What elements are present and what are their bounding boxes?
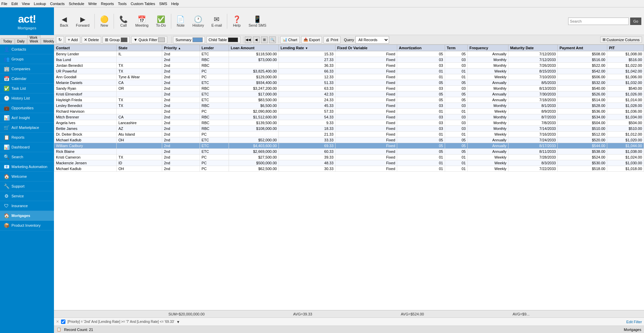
query-dropdown[interactable]: All Records <box>355 36 389 44</box>
help-button[interactable]: ❓ Help <box>229 14 244 28</box>
sidebar-item-insurance[interactable]: 🛡 Insurance <box>0 201 54 211</box>
table-row[interactable]: Jordan BenedictTX2ndRBC36.33Fixed0303Mon… <box>54 63 644 68</box>
table-row[interactable]: Kristi CameronTX2ndPC$27,500.0039.33Fixe… <box>54 155 644 160</box>
sidebar-item-dashboard[interactable]: 📊 Dashboard <box>0 142 54 152</box>
col-payment-amt[interactable]: Payment Amt <box>558 45 607 51</box>
todo-button[interactable]: ✅ To-Do <box>153 14 169 28</box>
email-button[interactable]: ✉ E-mail <box>208 14 225 28</box>
col-priority[interactable]: Priority ▲ <box>162 45 200 51</box>
quick-filter-button[interactable]: ▼ Quick Filter <box>131 36 168 44</box>
add-button[interactable]: + Add <box>65 36 80 44</box>
sidebar-item-reports[interactable]: 📋 Reports <box>0 133 54 142</box>
col-lender[interactable]: Lender <box>200 45 229 51</box>
sidebar-item-mortgages[interactable]: 🏠 Mortgages <box>0 211 54 221</box>
print-button[interactable]: 🖨 Print <box>323 36 341 44</box>
menu-contacts[interactable]: Contacts <box>50 2 64 6</box>
col-frequency[interactable]: Frequency <box>468 45 508 51</box>
meeting-button[interactable]: 📅 Meeting <box>132 14 151 28</box>
sidebar-item-opportunities[interactable]: 💼 Opportunities <box>0 103 54 113</box>
menu-lookup[interactable]: Lookup <box>34 2 46 6</box>
table-row[interactable]: Rick Blaine2ndETC$2,669,000.0060.33Fixed… <box>54 149 644 155</box>
search-input[interactable] <box>568 18 629 25</box>
sidebar-item-act-insight[interactable]: 📊 Act! Insight <box>0 113 54 123</box>
table-row[interactable]: Benny LenderIL2ndETC$118,500.0015.33Fixe… <box>54 51 644 57</box>
edit-filter-button[interactable]: Edit Filter <box>626 320 642 324</box>
new-button[interactable]: 🟡 New <box>97 14 112 28</box>
group-button[interactable]: ⊞ Group <box>103 36 130 44</box>
table-row[interactable]: Michael KadlubOH2ndETC$52,000.0033.33Fix… <box>54 137 644 143</box>
table-row[interactable]: Melanie DanielsCA2ndETC$934,400.0051.33F… <box>54 80 644 86</box>
sidebar-item-calendar[interactable]: 📅 Calendar <box>0 74 54 84</box>
search-records-button[interactable]: 🔍 <box>269 36 276 43</box>
refresh-button[interactable]: ↻ <box>56 36 64 44</box>
sidebar-item-act-marketplace[interactable]: 🛒 Act! Marketplace <box>0 123 54 133</box>
sidebar-item-search[interactable]: 🔍 Search <box>0 152 54 162</box>
table-row[interactable]: Mackenzie JensenID2ndPC$500,000.0048.33F… <box>54 160 644 166</box>
tab-daily[interactable]: Daily <box>15 38 27 44</box>
menu-write[interactable]: Write <box>88 2 97 6</box>
tab-work-week[interactable]: Work Week <box>27 35 40 44</box>
sidebar-item-welcome[interactable]: 🏠 Welcome <box>0 172 54 182</box>
tab-weekly[interactable]: Weekly <box>41 38 54 44</box>
note-button[interactable]: 📄 Note <box>173 14 188 28</box>
sidebar-item-task-list[interactable]: ✅ Task List <box>0 84 54 93</box>
delete-button[interactable]: ✕ Delete <box>82 36 101 44</box>
sidebar-item-product-inventory[interactable]: 📦 Product Inventory <box>0 221 54 230</box>
menu-file[interactable]: File <box>1 2 7 6</box>
sidebar-item-support[interactable]: 🔧 Support <box>0 182 54 191</box>
tab-today[interactable]: Today <box>1 38 14 44</box>
search-go-button[interactable]: Go <box>630 18 641 25</box>
table-row[interactable]: Angela IvesLancashire2ndRBC$139,500.009.… <box>54 120 644 126</box>
child-table-button[interactable]: Child Table <box>206 36 240 44</box>
menu-view[interactable]: View <box>22 2 30 6</box>
col-state[interactable]: State <box>117 45 162 51</box>
table-row[interactable]: William Cadbury2ndETC$4,403,600.0069.33F… <box>54 143 644 149</box>
col-maturity-date[interactable]: Maturity Date <box>508 45 558 51</box>
sidebar-item-groups[interactable]: 👥 Groups <box>0 54 54 64</box>
send-sms-button[interactable]: 📱 Send SMS <box>245 14 269 28</box>
table-row[interactable]: Ilsa Lund2ndRBC$73,000.0027.33Fixed0303M… <box>54 57 644 63</box>
col-loan-amount[interactable]: Loan Amount <box>229 45 279 51</box>
grid-view-button[interactable]: ⊞ <box>261 36 268 43</box>
filter-checkbox[interactable] <box>61 320 65 324</box>
table-row[interactable]: UR PowerfulTX2ndPC$3,825,400.0066.33Fixe… <box>54 68 644 74</box>
table-row[interactable]: Sandy RyanOR2ndRBC$3,247,200.0063.33Fixe… <box>54 86 644 91</box>
customize-columns-button[interactable]: ⊞ Customize Columns <box>600 36 642 43</box>
table-row[interactable]: Mitch BrennerCA2ndRBC$1,512,600.0054.33F… <box>54 114 644 120</box>
nav-first-button[interactable]: ◀◀ <box>245 36 252 43</box>
history-button[interactable]: 🕐 History <box>189 14 207 28</box>
summary-button[interactable]: Summary <box>173 36 205 44</box>
table-row[interactable]: Ann GoodallTyne & Wear2ndPC$129,000.0012… <box>54 74 644 80</box>
table-row[interactable]: Bettie JamesAZ2ndRBC$108,000.0018.33Fixe… <box>54 126 644 132</box>
back-button[interactable]: ◀ Back <box>57 14 71 28</box>
table-row[interactable]: Michael KadlubOH2ndPC$62,500.0030.33Fixe… <box>54 166 644 172</box>
menu-schedule[interactable]: Schedule <box>69 2 84 6</box>
export-button[interactable]: 📤 Export <box>301 36 322 44</box>
menu-edit[interactable]: Edit <box>11 2 18 6</box>
table-row[interactable]: Richard Harvison2ndPC$2,090,800.0057.33F… <box>54 109 644 114</box>
sidebar-item-companies[interactable]: 🏢 Companies <box>0 64 54 74</box>
col-amortization[interactable]: Amortization <box>397 45 445 51</box>
sidebar-item-service[interactable]: ⚙ Service <box>0 191 54 201</box>
menu-tools[interactable]: Tools <box>118 2 127 6</box>
forward-button[interactable]: ▶ Forward <box>73 14 92 28</box>
filter-close-icon[interactable]: ✕ <box>56 320 59 324</box>
table-row[interactable]: Lesley BenedictTX2ndRBC$6,500.0045.33Fix… <box>54 103 644 109</box>
chart-button[interactable]: 📊 Chart <box>280 36 300 44</box>
menu-reports[interactable]: Reports <box>101 2 114 6</box>
col-contact[interactable]: Contact <box>54 45 117 51</box>
menu-help[interactable]: Help <box>171 2 179 6</box>
col-term[interactable]: Term <box>445 45 467 51</box>
filter-dropdown-icon[interactable]: ▼ <box>176 320 180 324</box>
sidebar-item-marketing[interactable]: 📧 Marketing Automation <box>0 162 54 172</box>
col-fixed-var[interactable]: Fixed Or Variable <box>335 45 397 51</box>
table-row[interactable]: Dr. Deiter BrockAtu Island2ndPC21.33Fixe… <box>54 132 644 137</box>
col-pit[interactable]: PIT <box>607 45 644 51</box>
col-lending-rate[interactable]: Lending Rate ▼ <box>279 45 335 51</box>
table-row[interactable]: Hayleigh FriedaTX2ndETC$83,500.0024.33Fi… <box>54 97 644 103</box>
nav-prev-button[interactable]: ◀ <box>253 36 260 43</box>
call-button[interactable]: 📞 Call <box>116 14 131 28</box>
sidebar-item-contacts[interactable]: 👤 Contacts <box>0 45 54 54</box>
sidebar-item-history-list[interactable]: 🕐 History List <box>0 93 54 103</box>
table-row[interactable]: Kristi Elmendorf2ndETC$17,000.0042.33Fix… <box>54 91 644 97</box>
